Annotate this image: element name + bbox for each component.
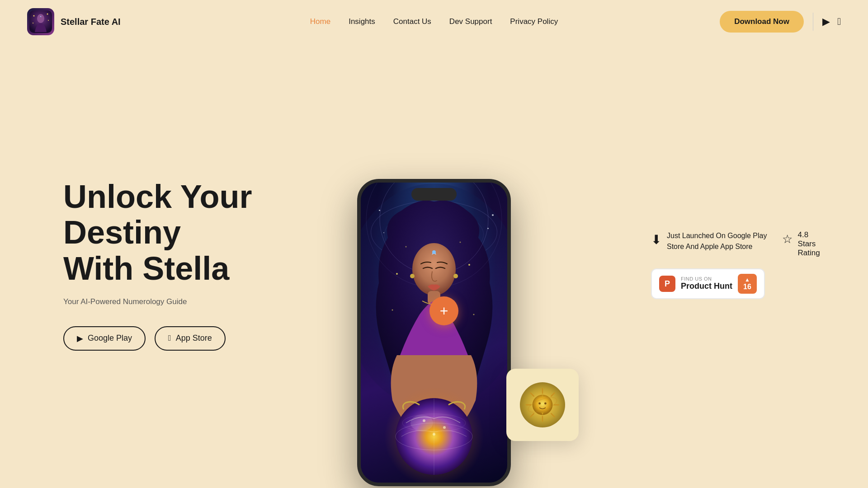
phone-frame xyxy=(357,179,511,486)
svg-point-5 xyxy=(33,23,33,23)
nav-contact[interactable]: Contact Us xyxy=(393,17,431,26)
product-hunt-count: ▲ 16 xyxy=(738,274,757,294)
nav-privacy[interactable]: Privacy Policy xyxy=(510,17,558,26)
download-now-button[interactable]: Download Now xyxy=(720,11,804,33)
right-panel: ⬇ Just Launched On Google Play Store And… xyxy=(651,230,823,299)
svg-point-12 xyxy=(432,250,436,254)
app-store-label: App Store xyxy=(176,333,212,343)
svg-point-23 xyxy=(443,426,446,429)
phone-notch xyxy=(411,188,457,201)
hero-left: Unlock Your Destiny With Stella Your AI-… xyxy=(63,179,253,351)
svg-point-4 xyxy=(48,20,49,21)
launch-info: ⬇ Just Launched On Google Play Store And… xyxy=(651,230,823,258)
android-store-icon[interactable]: ▶ xyxy=(822,16,830,28)
launch-store-info: ⬇ Just Launched On Google Play Store And… xyxy=(651,230,769,252)
svg-point-31 xyxy=(460,242,461,243)
header-right: Download Now ▶  xyxy=(720,11,841,33)
svg-line-37 xyxy=(551,413,554,417)
sun-icon xyxy=(520,382,565,427)
svg-point-2 xyxy=(33,15,35,17)
hero-title: Unlock Your Destiny With Stella xyxy=(63,179,253,286)
google-play-label: Google Play xyxy=(88,333,132,343)
header: Stellar Fate AI Home Insights Contact Us… xyxy=(0,0,868,43)
upvote-arrow-icon: ▲ xyxy=(745,277,750,283)
app-store-button[interactable]:  App Store xyxy=(155,326,226,351)
apple-icon:  xyxy=(168,333,171,343)
product-hunt-badge[interactable]: P FIND US ON Product Hunt ▲ 16 xyxy=(651,268,765,299)
phone-mockup: + xyxy=(357,179,511,486)
svg-line-39 xyxy=(531,413,534,417)
cta-buttons: ▶ Google Play  App Store xyxy=(63,326,253,351)
svg-point-26 xyxy=(396,273,398,275)
sun-symbol-card xyxy=(506,369,579,441)
download-icon: ⬇ xyxy=(651,232,661,247)
product-hunt-logo: P xyxy=(659,276,675,292)
android-icon: ▶ xyxy=(77,333,83,343)
svg-point-42 xyxy=(538,402,541,404)
rating-text: 4.8 Stars Rating xyxy=(798,230,823,258)
upvote-count: 16 xyxy=(743,283,751,291)
phone-screen xyxy=(361,183,507,483)
hero-subtitle: Your AI-Powered Numerology Guide xyxy=(63,297,253,306)
svg-point-27 xyxy=(468,264,470,266)
rating-info: ☆ 4.8 Stars Rating xyxy=(782,230,823,258)
nav-insights[interactable]: Insights xyxy=(349,17,375,26)
svg-line-36 xyxy=(531,393,534,396)
plus-bubble: + xyxy=(429,296,458,325)
store-icons: ▶  xyxy=(822,16,841,28)
product-hunt-name: Product Hunt xyxy=(681,282,732,291)
svg-point-28 xyxy=(392,310,393,311)
product-hunt-label: FIND US ON xyxy=(681,276,732,282)
main-nav: Home Insights Contact Us Dev Support Pri… xyxy=(310,17,558,26)
svg-point-24 xyxy=(433,433,435,436)
svg-point-13 xyxy=(410,274,415,278)
svg-point-3 xyxy=(47,14,48,15)
svg-point-25 xyxy=(410,415,433,431)
google-play-button[interactable]: ▶ Google Play xyxy=(63,326,146,351)
product-hunt-info: FIND US ON Product Hunt xyxy=(681,276,732,291)
phone-illustration xyxy=(361,183,507,483)
star-rating-icon: ☆ xyxy=(782,232,793,246)
svg-point-30 xyxy=(406,246,407,248)
apple-store-icon[interactable]:  xyxy=(837,16,841,28)
logo-text: Stellar Fate AI xyxy=(61,17,121,27)
nav-home[interactable]: Home xyxy=(310,17,330,26)
logo-area: Stellar Fate AI xyxy=(27,8,121,35)
svg-line-38 xyxy=(551,393,554,396)
svg-point-14 xyxy=(453,274,458,278)
svg-point-43 xyxy=(544,402,547,404)
svg-point-1 xyxy=(37,14,44,23)
svg-point-29 xyxy=(473,314,475,315)
launch-text: Just Launched On Google Play Store And A… xyxy=(667,230,769,252)
app-logo xyxy=(27,8,54,35)
nav-dev-support[interactable]: Dev Support xyxy=(449,17,492,26)
header-divider xyxy=(813,13,813,31)
main-content: Unlock Your Destiny With Stella Your AI-… xyxy=(0,43,868,486)
